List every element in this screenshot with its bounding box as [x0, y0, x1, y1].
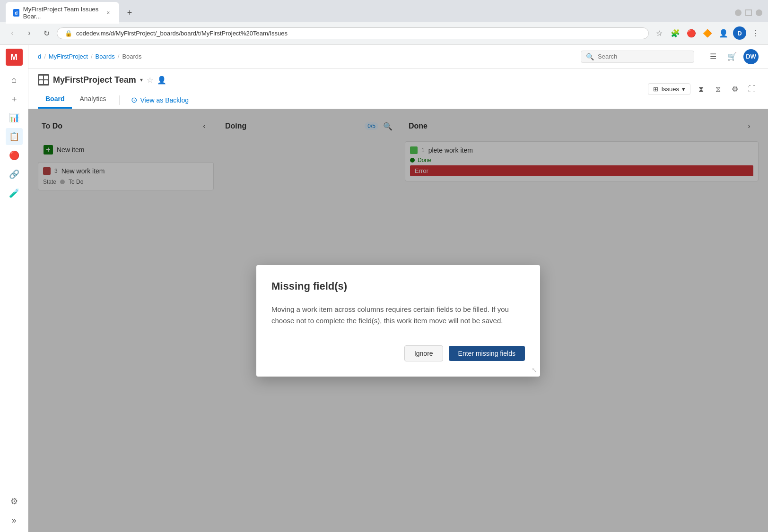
- main-content: d / MyFirstProject / Boards / Boards 🔍 ☰…: [28, 45, 768, 532]
- filter-icon[interactable]: ⧖: [711, 83, 724, 96]
- missing-fields-modal: Missing field(s) Moving a work item acro…: [256, 265, 540, 377]
- tab-title: MyFirstProject Team Issues Boar...: [23, 6, 99, 20]
- bookmark-icon[interactable]: ☆: [653, 26, 666, 40]
- basket-icon[interactable]: 🛒: [724, 49, 740, 64]
- modal-title: Missing field(s): [271, 280, 525, 292]
- extension-icon4[interactable]: 👤: [717, 26, 730, 40]
- breadcrumb: d / MyFirstProject / Boards / Boards: [38, 53, 142, 60]
- tab-favicon: d: [13, 9, 19, 17]
- project-title: MyFirstProject Team ▾ ☆ 👤: [38, 74, 194, 86]
- filter-settings-icon[interactable]: ⧗: [694, 83, 707, 96]
- url-display: codedev.ms/d/MyFirstProject/_boards/boar…: [76, 30, 641, 37]
- browser-chrome: d MyFirstProject Team Issues Boar... × +…: [0, 0, 768, 45]
- tab-board[interactable]: Board: [38, 91, 72, 109]
- search-input[interactable]: [598, 53, 689, 60]
- sidebar: M ⌂ ＋ 📊 📋 🔴 🔗 🧪 ⚙ »: [0, 45, 28, 532]
- sidebar-logo[interactable]: M: [6, 49, 23, 66]
- extension-icon1[interactable]: 🧩: [669, 26, 682, 40]
- notifications-icon[interactable]: ☰: [706, 49, 721, 64]
- sidebar-pipelines-icon[interactable]: 🔴: [6, 147, 23, 164]
- breadcrumb-boards[interactable]: Boards: [96, 53, 115, 60]
- new-tab-button[interactable]: +: [123, 6, 136, 19]
- close-button[interactable]: [756, 9, 762, 16]
- favorite-icon[interactable]: ☆: [147, 76, 153, 85]
- breadcrumb-sep1: /: [44, 53, 46, 60]
- sidebar-expand-icon[interactable]: »: [6, 512, 23, 529]
- user-avatar[interactable]: DW: [743, 49, 759, 64]
- board-content: To Do ‹ + New item 3 New work item: [28, 109, 768, 532]
- backlog-icon: ⊙: [131, 95, 137, 104]
- sidebar-test-icon[interactable]: 🧪: [6, 185, 23, 202]
- modal-body: Moving a work item across columns requir…: [271, 304, 525, 326]
- issues-dropdown[interactable]: ⊞ Issues ▾: [648, 83, 690, 95]
- header-icons: ☰ 🛒 DW: [706, 49, 759, 64]
- modal-overlay: Missing field(s) Moving a work item acro…: [28, 109, 768, 532]
- tab-close-button[interactable]: ×: [105, 9, 112, 17]
- project-dropdown[interactable]: ▾: [140, 77, 143, 83]
- sidebar-settings-icon[interactable]: ⚙: [6, 493, 23, 510]
- issues-dropdown-arrow: ▾: [682, 86, 685, 93]
- sidebar-board-icon[interactable]: 📋: [6, 128, 23, 145]
- search-box[interactable]: 🔍: [581, 51, 694, 63]
- app-header: d / MyFirstProject / Boards / Boards 🔍 ☰…: [28, 45, 768, 69]
- back-button[interactable]: ‹: [6, 26, 19, 40]
- tab-analytics[interactable]: Analytics: [72, 91, 113, 109]
- browser-icons: ☆ 🧩 🔴 🔶 👤 D ⋮: [653, 26, 762, 40]
- fullscreen-icon[interactable]: ⛶: [745, 83, 759, 96]
- ignore-button[interactable]: Ignore: [404, 345, 443, 361]
- team-icon[interactable]: 👤: [157, 76, 166, 85]
- sidebar-add-icon[interactable]: ＋: [6, 90, 23, 107]
- enter-missing-fields-button[interactable]: Enter missing fields: [449, 346, 525, 361]
- browser-tab[interactable]: d MyFirstProject Team Issues Boar... ×: [6, 2, 119, 24]
- profile-button[interactable]: D: [733, 26, 746, 40]
- breadcrumb-sep2: /: [91, 53, 93, 60]
- search-icon: 🔍: [586, 53, 594, 60]
- breadcrumb-current: Boards: [122, 53, 141, 60]
- sidebar-bottom: ⚙ »: [6, 493, 23, 529]
- board-header-row: MyFirstProject Team ▾ ☆ 👤 Board Analytic…: [38, 74, 759, 109]
- minimize-button[interactable]: [735, 9, 742, 16]
- menu-button[interactable]: ⋮: [749, 26, 762, 40]
- project-icon: [38, 74, 49, 86]
- browser-toolbar: ‹ › ↻ 🔒 codedev.ms/d/MyFirstProject/_boa…: [0, 22, 768, 44]
- modal-resize-handle[interactable]: ⤡: [532, 366, 537, 374]
- board-actions: ⊞ Issues ▾ ⧗ ⧖ ⚙ ⛶: [648, 83, 759, 96]
- breadcrumb-sep3: /: [118, 53, 120, 60]
- breadcrumb-project[interactable]: MyFirstProject: [49, 53, 88, 60]
- issues-label: Issues: [661, 86, 679, 93]
- address-bar[interactable]: 🔒 codedev.ms/d/MyFirstProject/_boards/bo…: [57, 27, 649, 39]
- app-layout: M ⌂ ＋ 📊 📋 🔴 🔗 🧪 ⚙ » d / MyFirstProject /…: [0, 45, 768, 532]
- project-name: MyFirstProject Team: [53, 75, 136, 85]
- sidebar-chart-icon[interactable]: 📊: [6, 109, 23, 126]
- extension-icon3[interactable]: 🔶: [701, 26, 714, 40]
- extension-icon2[interactable]: 🔴: [685, 26, 698, 40]
- issues-grid-icon: ⊞: [653, 86, 658, 93]
- browser-titlebar: d MyFirstProject Team Issues Boar... × +: [0, 0, 768, 22]
- breadcrumb-d[interactable]: d: [38, 53, 41, 60]
- maximize-button[interactable]: [745, 9, 752, 16]
- sidebar-home-icon[interactable]: ⌂: [6, 71, 23, 88]
- view-as-backlog-btn[interactable]: ⊙ View as Backlog: [125, 93, 194, 107]
- nav-separator: [119, 95, 120, 105]
- lock-icon: 🔒: [65, 30, 72, 37]
- board-header: MyFirstProject Team ▾ ☆ 👤 Board Analytic…: [28, 69, 768, 109]
- view-as-backlog-label: View as Backlog: [140, 96, 188, 104]
- refresh-button[interactable]: ↻: [40, 26, 53, 40]
- settings-icon[interactable]: ⚙: [728, 83, 742, 96]
- modal-footer: Ignore Enter missing fields: [271, 345, 525, 361]
- board-nav: Board Analytics ⊙ View as Backlog: [38, 91, 194, 109]
- sidebar-repos-icon[interactable]: 🔗: [6, 166, 23, 183]
- forward-button[interactable]: ›: [23, 26, 36, 40]
